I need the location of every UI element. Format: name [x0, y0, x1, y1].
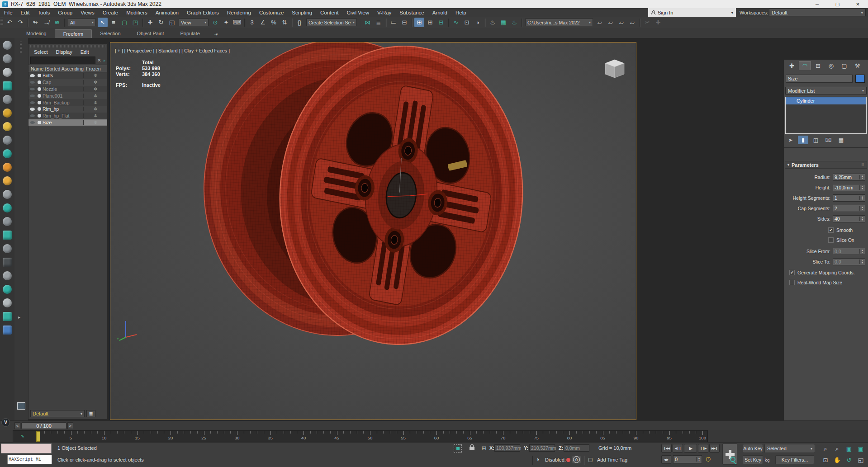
frozen-cell[interactable]: ✼: [83, 80, 107, 85]
toggle-scene-explorer-icon[interactable]: ⊞: [414, 18, 424, 27]
maxscript-mini-listener[interactable]: MAXScript Mi: [7, 455, 52, 464]
object-color-swatch[interactable]: [855, 75, 865, 83]
spinner-arrows[interactable]: ▴▾: [859, 175, 865, 179]
search-input[interactable]: [30, 57, 95, 64]
zoom-region-button[interactable]: ⊡: [820, 455, 831, 465]
ribbon-tab-modeling[interactable]: Modeling: [18, 29, 55, 38]
panel-window-icon-1[interactable]: ▱: [595, 18, 605, 27]
select-and-manipulate-icon[interactable]: ✦: [221, 18, 231, 27]
param-field-sides[interactable]: 40▴▾: [833, 215, 865, 222]
more-options-icon[interactable]: »: [103, 58, 105, 63]
select-object-icon[interactable]: ↖: [98, 18, 108, 27]
timeline-playhead[interactable]: [36, 431, 40, 442]
modifier-list-dropdown[interactable]: Modifier List ▾: [785, 87, 867, 94]
use-pivot-point-center-icon[interactable]: ⊙: [210, 18, 220, 27]
remove-modifier-icon[interactable]: ⌧: [823, 136, 834, 144]
menu-tools[interactable]: Tools: [33, 8, 54, 17]
visibility-toggle[interactable]: [28, 108, 36, 111]
rectangular-selection-region-icon[interactable]: ▢: [119, 18, 129, 27]
panel-grip[interactable]: [20, 42, 22, 53]
frozen-cell[interactable]: ✼: [83, 73, 107, 78]
menu-graph-editors[interactable]: Graph Editors: [183, 8, 223, 17]
active-layer-dropdown[interactable]: Default ▾: [30, 410, 85, 417]
utilities-tab[interactable]: ⚒: [851, 61, 863, 70]
select-by-name-icon[interactable]: ≡: [109, 18, 119, 27]
menu-file[interactable]: File: [0, 8, 17, 17]
bind-to-space-warp-icon[interactable]: ≋: [52, 18, 62, 27]
zoom-extents-all-button[interactable]: ▣: [855, 444, 866, 453]
selection-lock-icon[interactable]: [470, 447, 474, 450]
align-icon[interactable]: ≣: [374, 18, 384, 27]
graphite-ribbon-icon[interactable]: ⊟: [399, 18, 409, 27]
checkbox-smooth[interactable]: ✔: [828, 227, 834, 233]
select-and-uniform-scale-icon[interactable]: ◱: [167, 18, 177, 27]
menu-civil-view[interactable]: Civil View: [342, 8, 373, 17]
render-setup-icon[interactable]: ♨: [488, 18, 498, 27]
parameters-rollout-header[interactable]: ▾ Parameters ⠿: [785, 161, 867, 169]
mini-curve-editor-icon[interactable]: ∿: [20, 433, 24, 439]
frozen-column-header[interactable]: Frozen: [84, 66, 107, 71]
perspective-viewport[interactable]: [ + ] [ Perspective ] [ Standard ] [ Cla…: [110, 42, 636, 420]
left-dock-icon-8[interactable]: [3, 136, 12, 145]
layer-list-icon[interactable]: ≣: [86, 410, 95, 417]
next-frame-button[interactable]: ❙❙▶: [698, 444, 708, 453]
left-dock-icon-3[interactable]: [3, 68, 12, 77]
param-field-height[interactable]: -10,0mm▴▾: [833, 184, 865, 191]
undo-icon[interactable]: ↶: [5, 18, 14, 27]
close-button[interactable]: ✕: [848, 0, 868, 8]
select-and-rotate-icon[interactable]: ↻: [156, 18, 166, 27]
explorer-row-plane001[interactable]: Plane001✼: [28, 92, 107, 99]
menu-scripting[interactable]: Scripting: [288, 8, 316, 17]
project-folder-field[interactable]: C:\Users\m...s Max 2022▾: [525, 19, 593, 26]
ribbon-tab-selection[interactable]: Selection: [92, 29, 128, 38]
key-mode-toggle[interactable]: ◀▶: [661, 455, 671, 464]
selection-set-dropdown[interactable]: Selected ▾: [764, 444, 815, 453]
configure-modifier-sets-icon[interactable]: ▦: [836, 136, 846, 144]
wheel-3d-render[interactable]: [110, 42, 636, 420]
zoom-button[interactable]: ⌕: [820, 444, 831, 453]
make-unique-icon[interactable]: ◫: [811, 136, 821, 144]
left-dock-icon-13[interactable]: [3, 203, 12, 212]
time-slider[interactable]: 0 / 100: [21, 422, 66, 429]
left-dock-icon-21[interactable]: [3, 312, 12, 321]
toolbar-grip[interactable]: [0, 18, 3, 27]
left-dock-icon-7[interactable]: [3, 122, 12, 131]
schematic-view-icon[interactable]: ⊡: [462, 18, 472, 27]
menu-arnold[interactable]: Arnold: [428, 8, 451, 17]
left-dock-icon-22[interactable]: [3, 325, 12, 335]
visibility-toggle[interactable]: [28, 101, 36, 104]
panel-window-icon-3[interactable]: ▱: [617, 18, 626, 27]
minimize-button[interactable]: ─: [807, 0, 827, 8]
select-and-link-icon[interactable]: ↬: [30, 18, 40, 27]
named-selection-sets-dropdown[interactable]: Create Selection Se▾: [306, 19, 357, 26]
left-dock-icon-12[interactable]: [3, 190, 12, 199]
name-column-header[interactable]: Name (Sorted Ascending): [31, 66, 84, 71]
redo-icon[interactable]: ↷: [15, 18, 25, 27]
view-cube[interactable]: [602, 56, 628, 82]
toggle-ribbon-icon[interactable]: ⊟: [436, 18, 446, 27]
modifier-stack-item-cylinder[interactable]: Cylinder: [786, 97, 866, 104]
left-dock-icon-1[interactable]: [3, 41, 12, 50]
left-dock-icon-20[interactable]: [3, 298, 12, 307]
snaps-toggle-icon[interactable]: 3: [247, 18, 257, 27]
explorer-row-nozzle[interactable]: Nozzle✼: [28, 86, 107, 93]
spinner-arrows[interactable]: ▴▾: [859, 185, 865, 190]
menu-content[interactable]: Content: [316, 8, 342, 17]
menu-substance[interactable]: Substance: [395, 8, 428, 17]
frozen-cell[interactable]: ✼: [83, 107, 107, 111]
param-field-radius[interactable]: 9,25mm▴▾: [833, 174, 865, 181]
notification-badge[interactable]: 0: [572, 456, 581, 463]
menu-v-ray[interactable]: V-Ray: [373, 8, 395, 17]
ribbon-tab-object-paint[interactable]: Object Paint: [129, 29, 172, 38]
spinner-snap-icon[interactable]: ⇅: [280, 18, 289, 27]
checkbox-real-world-map-size[interactable]: [789, 280, 795, 285]
spinner-arrows[interactable]: ▴▾: [859, 217, 865, 221]
current-frame-field[interactable]: 0 ▴▾: [673, 455, 702, 463]
ribbon-tab-populate[interactable]: Populate: [172, 29, 208, 38]
play-button[interactable]: ▶: [684, 444, 697, 453]
curve-editor-icon[interactable]: ∿: [451, 18, 461, 27]
select-and-move-icon[interactable]: ✚: [145, 18, 155, 27]
rendered-frame-window-icon[interactable]: ▦: [498, 18, 508, 27]
object-name-field[interactable]: Size: [786, 75, 853, 83]
frozen-cell[interactable]: ✼: [83, 120, 107, 125]
